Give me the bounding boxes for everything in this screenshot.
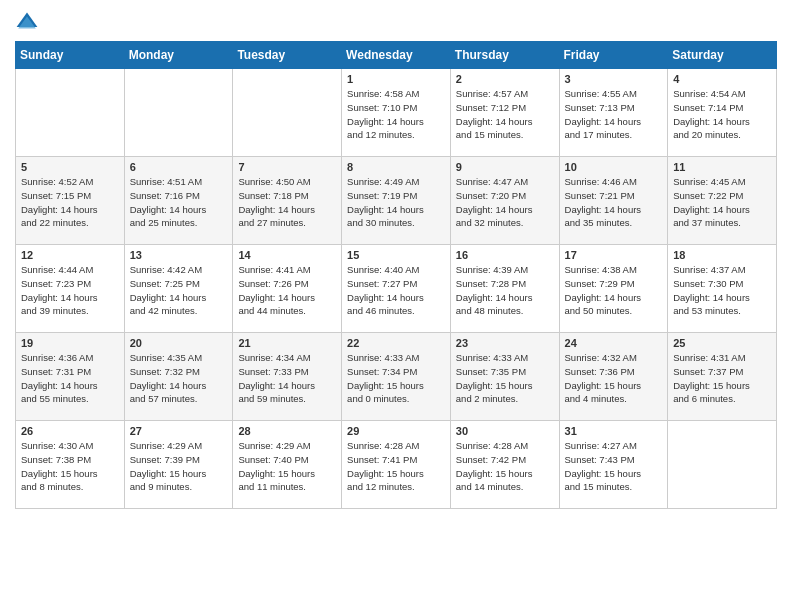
day-header-wednesday: Wednesday: [342, 42, 451, 69]
day-header-monday: Monday: [124, 42, 233, 69]
calendar-cell: 15Sunrise: 4:40 AM Sunset: 7:27 PM Dayli…: [342, 245, 451, 333]
day-info: Sunrise: 4:37 AM Sunset: 7:30 PM Dayligh…: [673, 263, 771, 318]
calendar-cell: 5Sunrise: 4:52 AM Sunset: 7:15 PM Daylig…: [16, 157, 125, 245]
day-info: Sunrise: 4:51 AM Sunset: 7:16 PM Dayligh…: [130, 175, 228, 230]
day-info: Sunrise: 4:57 AM Sunset: 7:12 PM Dayligh…: [456, 87, 554, 142]
day-number: 5: [21, 161, 119, 173]
day-header-thursday: Thursday: [450, 42, 559, 69]
day-info: Sunrise: 4:54 AM Sunset: 7:14 PM Dayligh…: [673, 87, 771, 142]
page-header: [15, 10, 777, 31]
day-number: 16: [456, 249, 554, 261]
calendar-table: SundayMondayTuesdayWednesdayThursdayFrid…: [15, 41, 777, 509]
day-info: Sunrise: 4:42 AM Sunset: 7:25 PM Dayligh…: [130, 263, 228, 318]
day-number: 27: [130, 425, 228, 437]
day-number: 6: [130, 161, 228, 173]
day-number: 12: [21, 249, 119, 261]
day-info: Sunrise: 4:46 AM Sunset: 7:21 PM Dayligh…: [565, 175, 663, 230]
calendar-cell: 18Sunrise: 4:37 AM Sunset: 7:30 PM Dayli…: [668, 245, 777, 333]
day-number: 9: [456, 161, 554, 173]
calendar-cell: 16Sunrise: 4:39 AM Sunset: 7:28 PM Dayli…: [450, 245, 559, 333]
calendar-cell: 20Sunrise: 4:35 AM Sunset: 7:32 PM Dayli…: [124, 333, 233, 421]
calendar-cell: 14Sunrise: 4:41 AM Sunset: 7:26 PM Dayli…: [233, 245, 342, 333]
day-number: 30: [456, 425, 554, 437]
day-info: Sunrise: 4:52 AM Sunset: 7:15 PM Dayligh…: [21, 175, 119, 230]
day-info: Sunrise: 4:49 AM Sunset: 7:19 PM Dayligh…: [347, 175, 445, 230]
calendar-cell: 27Sunrise: 4:29 AM Sunset: 7:39 PM Dayli…: [124, 421, 233, 509]
day-info: Sunrise: 4:36 AM Sunset: 7:31 PM Dayligh…: [21, 351, 119, 406]
day-info: Sunrise: 4:50 AM Sunset: 7:18 PM Dayligh…: [238, 175, 336, 230]
calendar-cell: 24Sunrise: 4:32 AM Sunset: 7:36 PM Dayli…: [559, 333, 668, 421]
day-header-friday: Friday: [559, 42, 668, 69]
day-number: 25: [673, 337, 771, 349]
calendar-cell: 28Sunrise: 4:29 AM Sunset: 7:40 PM Dayli…: [233, 421, 342, 509]
day-info: Sunrise: 4:31 AM Sunset: 7:37 PM Dayligh…: [673, 351, 771, 406]
calendar-cell: 11Sunrise: 4:45 AM Sunset: 7:22 PM Dayli…: [668, 157, 777, 245]
day-number: 3: [565, 73, 663, 85]
calendar-cell: [233, 69, 342, 157]
day-number: 2: [456, 73, 554, 85]
day-info: Sunrise: 4:39 AM Sunset: 7:28 PM Dayligh…: [456, 263, 554, 318]
calendar-header-row: SundayMondayTuesdayWednesdayThursdayFrid…: [16, 42, 777, 69]
day-info: Sunrise: 4:58 AM Sunset: 7:10 PM Dayligh…: [347, 87, 445, 142]
day-number: 15: [347, 249, 445, 261]
day-number: 14: [238, 249, 336, 261]
day-info: Sunrise: 4:33 AM Sunset: 7:35 PM Dayligh…: [456, 351, 554, 406]
calendar-cell: 3Sunrise: 4:55 AM Sunset: 7:13 PM Daylig…: [559, 69, 668, 157]
day-info: Sunrise: 4:29 AM Sunset: 7:39 PM Dayligh…: [130, 439, 228, 494]
day-number: 21: [238, 337, 336, 349]
day-number: 17: [565, 249, 663, 261]
day-number: 23: [456, 337, 554, 349]
calendar-week-row: 19Sunrise: 4:36 AM Sunset: 7:31 PM Dayli…: [16, 333, 777, 421]
calendar-cell: 9Sunrise: 4:47 AM Sunset: 7:20 PM Daylig…: [450, 157, 559, 245]
calendar-cell: 25Sunrise: 4:31 AM Sunset: 7:37 PM Dayli…: [668, 333, 777, 421]
calendar-week-row: 5Sunrise: 4:52 AM Sunset: 7:15 PM Daylig…: [16, 157, 777, 245]
calendar-cell: [16, 69, 125, 157]
day-number: 11: [673, 161, 771, 173]
calendar-cell: [668, 421, 777, 509]
calendar-cell: 10Sunrise: 4:46 AM Sunset: 7:21 PM Dayli…: [559, 157, 668, 245]
calendar-week-row: 1Sunrise: 4:58 AM Sunset: 7:10 PM Daylig…: [16, 69, 777, 157]
day-info: Sunrise: 4:28 AM Sunset: 7:42 PM Dayligh…: [456, 439, 554, 494]
day-number: 10: [565, 161, 663, 173]
day-info: Sunrise: 4:40 AM Sunset: 7:27 PM Dayligh…: [347, 263, 445, 318]
day-number: 13: [130, 249, 228, 261]
day-header-saturday: Saturday: [668, 42, 777, 69]
calendar-cell: 4Sunrise: 4:54 AM Sunset: 7:14 PM Daylig…: [668, 69, 777, 157]
day-info: Sunrise: 4:30 AM Sunset: 7:38 PM Dayligh…: [21, 439, 119, 494]
calendar-cell: 22Sunrise: 4:33 AM Sunset: 7:34 PM Dayli…: [342, 333, 451, 421]
calendar-week-row: 12Sunrise: 4:44 AM Sunset: 7:23 PM Dayli…: [16, 245, 777, 333]
day-info: Sunrise: 4:45 AM Sunset: 7:22 PM Dayligh…: [673, 175, 771, 230]
calendar-cell: 17Sunrise: 4:38 AM Sunset: 7:29 PM Dayli…: [559, 245, 668, 333]
calendar-cell: 19Sunrise: 4:36 AM Sunset: 7:31 PM Dayli…: [16, 333, 125, 421]
day-info: Sunrise: 4:41 AM Sunset: 7:26 PM Dayligh…: [238, 263, 336, 318]
day-info: Sunrise: 4:27 AM Sunset: 7:43 PM Dayligh…: [565, 439, 663, 494]
calendar-cell: 30Sunrise: 4:28 AM Sunset: 7:42 PM Dayli…: [450, 421, 559, 509]
day-info: Sunrise: 4:38 AM Sunset: 7:29 PM Dayligh…: [565, 263, 663, 318]
day-number: 18: [673, 249, 771, 261]
day-number: 1: [347, 73, 445, 85]
calendar-cell: 31Sunrise: 4:27 AM Sunset: 7:43 PM Dayli…: [559, 421, 668, 509]
calendar-cell: [124, 69, 233, 157]
day-number: 20: [130, 337, 228, 349]
day-info: Sunrise: 4:29 AM Sunset: 7:40 PM Dayligh…: [238, 439, 336, 494]
day-number: 26: [21, 425, 119, 437]
logo: [15, 10, 43, 31]
day-number: 31: [565, 425, 663, 437]
day-header-tuesday: Tuesday: [233, 42, 342, 69]
day-header-sunday: Sunday: [16, 42, 125, 69]
calendar-week-row: 26Sunrise: 4:30 AM Sunset: 7:38 PM Dayli…: [16, 421, 777, 509]
day-info: Sunrise: 4:34 AM Sunset: 7:33 PM Dayligh…: [238, 351, 336, 406]
calendar-cell: 12Sunrise: 4:44 AM Sunset: 7:23 PM Dayli…: [16, 245, 125, 333]
day-info: Sunrise: 4:47 AM Sunset: 7:20 PM Dayligh…: [456, 175, 554, 230]
calendar-cell: 21Sunrise: 4:34 AM Sunset: 7:33 PM Dayli…: [233, 333, 342, 421]
day-number: 8: [347, 161, 445, 173]
calendar-cell: 8Sunrise: 4:49 AM Sunset: 7:19 PM Daylig…: [342, 157, 451, 245]
calendar-cell: 13Sunrise: 4:42 AM Sunset: 7:25 PM Dayli…: [124, 245, 233, 333]
day-info: Sunrise: 4:32 AM Sunset: 7:36 PM Dayligh…: [565, 351, 663, 406]
day-info: Sunrise: 4:35 AM Sunset: 7:32 PM Dayligh…: [130, 351, 228, 406]
calendar-cell: 26Sunrise: 4:30 AM Sunset: 7:38 PM Dayli…: [16, 421, 125, 509]
day-number: 7: [238, 161, 336, 173]
day-number: 24: [565, 337, 663, 349]
calendar-cell: 23Sunrise: 4:33 AM Sunset: 7:35 PM Dayli…: [450, 333, 559, 421]
day-number: 4: [673, 73, 771, 85]
